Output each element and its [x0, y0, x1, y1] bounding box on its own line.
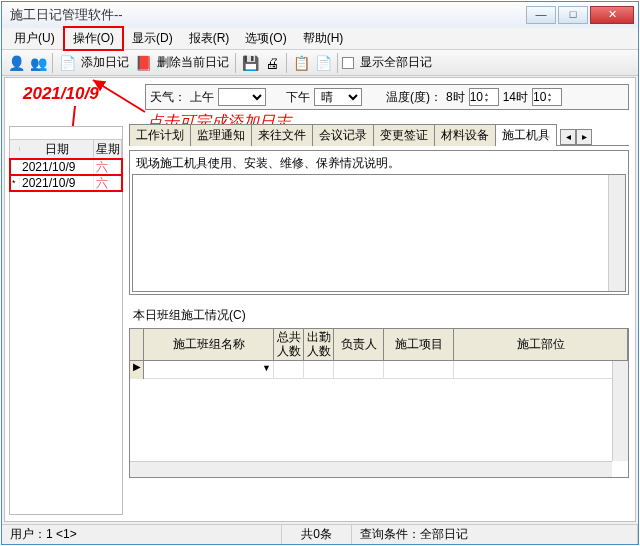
add-diary-icon[interactable]: 📄 — [57, 53, 77, 73]
tab-scroll-right[interactable]: ▸ — [576, 129, 592, 145]
app-window: 施工日记管理软件-- — □ ✕ 用户(U) 操作(O) 显示(D) 报表(R)… — [1, 1, 639, 545]
window-controls: — □ ✕ — [526, 6, 634, 24]
th-present: 出勤人数 — [304, 329, 334, 360]
table-scrollbar-h[interactable] — [130, 461, 612, 477]
status-count: 共0条 — [282, 525, 352, 544]
menu-user[interactable]: 用户(U) — [6, 28, 63, 49]
machinery-section: 现场施工机具使用、安装、维修、保养情况说明。 — [129, 150, 629, 295]
th-leader: 负责人 — [334, 329, 384, 360]
tab-machinery[interactable]: 施工机具 — [495, 124, 557, 146]
tab-supervision[interactable]: 监理通知 — [190, 124, 252, 146]
separator — [337, 53, 338, 73]
titlebar: 施工日记管理软件-- — □ ✕ — [2, 2, 638, 28]
tool-icon-2[interactable]: 👥 — [28, 53, 48, 73]
tab-materials[interactable]: 材料设备 — [434, 124, 496, 146]
print-icon[interactable]: 🖨 — [262, 53, 282, 73]
copy-icon[interactable]: 📋 — [291, 53, 311, 73]
machinery-label: 现场施工机具使用、安装、维修、保养情况说明。 — [132, 153, 626, 174]
th-total: 总共人数 — [274, 329, 304, 360]
tab-meetings[interactable]: 会议记录 — [312, 124, 374, 146]
tab-scroll-left[interactable]: ◂ — [560, 129, 576, 145]
statusbar: 用户：1 <1> 共0条 查询条件： 全部日记 — [2, 524, 638, 544]
save-icon[interactable]: 💾 — [240, 53, 260, 73]
col-date-header: 日期 — [20, 139, 94, 160]
machinery-textarea[interactable] — [132, 174, 626, 292]
crew-group-label: 本日班组施工情况(C) — [129, 305, 629, 326]
tab-documents[interactable]: 来往文件 — [251, 124, 313, 146]
content-area: 2021/10/9 点击可完成添加日志 天气： 上午 下午 晴 温度(度)： 8… — [4, 77, 636, 522]
temp2-spinner[interactable]: 10 — [532, 88, 562, 106]
annotation-date: 2021/10/9 — [23, 84, 99, 104]
tab-workplan[interactable]: 工作计划 — [129, 124, 191, 146]
toolbar: 👤 👥 📄 添加日记 📕 删除当前日记 💾 🖨 📋 📄 显示全部日记 — [2, 50, 638, 76]
weather-label: 天气： — [150, 89, 186, 106]
menu-report[interactable]: 报表(R) — [181, 28, 238, 49]
am-label: 上午 — [190, 89, 214, 106]
tool-icon-1[interactable]: 👤 — [6, 53, 26, 73]
am-weather-select[interactable] — [218, 88, 266, 106]
status-user: 用户：1 <1> — [2, 525, 282, 544]
crew-table: 施工班组名称 总共人数 出勤人数 负责人 施工项目 施工部位 ▶ ▼ — [129, 328, 629, 478]
col-week-header: 星期 — [94, 139, 122, 160]
minimize-button[interactable]: — — [526, 6, 556, 24]
status-filter: 查询条件： 全部日记 — [352, 525, 638, 544]
time2-label: 14时 — [503, 89, 528, 106]
crew-table-header: 施工班组名称 总共人数 出勤人数 负责人 施工项目 施工部位 — [130, 329, 628, 361]
separator — [286, 53, 287, 73]
show-all-checkbox[interactable] — [342, 57, 354, 69]
menu-help[interactable]: 帮助(H) — [295, 28, 352, 49]
separator — [52, 53, 53, 73]
tab-changes[interactable]: 变更签证 — [373, 124, 435, 146]
detail-panel: 工作计划 监理通知 来往文件 会议记录 变更签证 材料设备 施工机具 ◂ ▸ 现… — [129, 126, 629, 515]
tabs: 工作计划 监理通知 来往文件 会议记录 变更签证 材料设备 施工机具 ◂ ▸ — [129, 126, 629, 146]
th-project: 施工项目 — [384, 329, 454, 360]
date-row[interactable]: 2021/10/9 六 — [10, 159, 122, 175]
separator — [235, 53, 236, 73]
menubar: 用户(U) 操作(O) 显示(D) 报表(R) 选项(O) 帮助(H) — [2, 28, 638, 50]
tab-scroll: ◂ ▸ — [560, 129, 592, 145]
paste-icon[interactable]: 📄 — [313, 53, 333, 73]
pm-weather-select[interactable]: 晴 — [314, 88, 362, 106]
th-crew-name: 施工班组名称 — [144, 329, 274, 360]
date-list-panel: 日期 星期 2021/10/9 六 * 2021/10/9 六 — [9, 126, 123, 515]
delete-diary-icon[interactable]: 📕 — [133, 53, 153, 73]
delete-diary-button[interactable]: 删除当前日记 — [155, 54, 231, 71]
th-location: 施工部位 — [454, 329, 628, 360]
temp1-spinner[interactable]: 10 — [469, 88, 499, 106]
menu-display[interactable]: 显示(D) — [124, 28, 181, 49]
maximize-button[interactable]: □ — [558, 6, 588, 24]
close-button[interactable]: ✕ — [590, 6, 634, 24]
date-list-header: 日期 星期 — [10, 139, 122, 159]
time1-label: 8时 — [446, 89, 465, 106]
window-title: 施工日记管理软件-- — [10, 6, 526, 24]
crew-table-row[interactable]: ▶ ▼ — [130, 361, 628, 379]
show-all-label[interactable]: 显示全部日记 — [358, 54, 434, 71]
date-row[interactable]: * 2021/10/9 六 — [10, 175, 122, 191]
table-scrollbar-v[interactable] — [612, 361, 628, 461]
svg-line-1 — [93, 80, 145, 112]
row-pointer-icon: ▶ — [130, 361, 144, 379]
weather-bar: 天气： 上午 下午 晴 温度(度)： 8时 10 14时 10 — [145, 84, 629, 110]
temp-label: 温度(度)： — [386, 89, 442, 106]
add-diary-button[interactable]: 添加日记 — [79, 54, 131, 71]
pm-label: 下午 — [286, 89, 310, 106]
menu-operate[interactable]: 操作(O) — [63, 26, 124, 51]
menu-options[interactable]: 选项(O) — [237, 28, 294, 49]
